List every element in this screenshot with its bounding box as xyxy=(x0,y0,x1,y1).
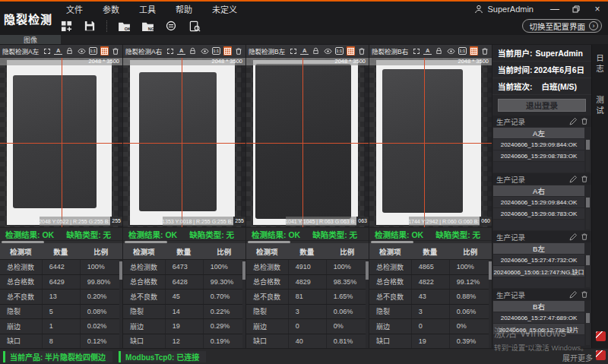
roi-rect-icon[interactable] xyxy=(289,46,297,55)
notification-flag-icon[interactable] xyxy=(596,331,606,341)
trash-icon[interactable] xyxy=(581,233,587,240)
close-button[interactable]: × xyxy=(587,2,608,17)
tab-test[interactable]: 测试 xyxy=(594,96,606,116)
records-scrollbar[interactable] xyxy=(586,139,590,172)
eye-icon[interactable] xyxy=(446,46,454,55)
menu-params[interactable]: 参数 xyxy=(93,3,129,15)
eye-icon[interactable] xyxy=(77,46,85,55)
camera-image[interactable]: 2048 * 3500 X:2048 Y:0522 | R:255 G:255 … xyxy=(0,58,122,227)
table-row[interactable]: 总合格数482998.35% xyxy=(246,275,369,290)
table-row[interactable]: 隐裂140.22% xyxy=(123,305,245,319)
table-row[interactable]: 总检测数4910100% xyxy=(246,260,369,274)
table-row[interactable]: 崩边00% xyxy=(369,319,492,334)
lock-icon[interactable] xyxy=(65,46,74,55)
layout-grid-icon[interactable] xyxy=(59,19,73,33)
menu-file[interactable]: 文件 xyxy=(56,3,93,15)
logout-button[interactable]: 退出登录 xyxy=(498,99,586,112)
lock-icon[interactable] xyxy=(435,46,443,55)
roi-rect-icon[interactable] xyxy=(166,46,174,55)
table-row[interactable]: 总检测数6442100% xyxy=(0,260,122,274)
table-row[interactable]: 隐裂30.06% xyxy=(369,305,492,319)
table-scrollbar[interactable] xyxy=(242,260,245,348)
grid-icon[interactable] xyxy=(470,46,478,55)
one-to-one-icon[interactable]: 1:1 xyxy=(458,47,467,55)
table-scrollbar[interactable] xyxy=(489,260,492,348)
tab-image[interactable]: 图像 xyxy=(0,35,61,44)
grid-icon[interactable] xyxy=(100,46,109,55)
trash-icon[interactable] xyxy=(581,118,587,125)
table-row[interactable]: 隐裂50.08% xyxy=(0,305,122,319)
roi-rect-icon[interactable] xyxy=(43,46,51,55)
trash-icon[interactable] xyxy=(112,46,120,55)
table-row[interactable]: 缺口80.12% xyxy=(0,334,122,349)
trash-icon[interactable] xyxy=(235,46,243,55)
notification-flag-icon[interactable] xyxy=(596,350,606,360)
table-scrollbar[interactable] xyxy=(119,260,122,348)
table-row[interactable]: 缺口120.19% xyxy=(123,334,245,349)
switch-to-config-button[interactable]: 切换至配置界面 › xyxy=(522,19,603,33)
one-to-one-icon[interactable]: 1:1 xyxy=(89,47,97,55)
table-row[interactable]: 总不良数811.65% xyxy=(246,290,369,304)
record-item[interactable]: 20240606_15:27:47:732:OK xyxy=(493,255,584,265)
table-row[interactable]: 缺口400.81% xyxy=(246,334,369,349)
table-row[interactable]: 总合格数642999.80% xyxy=(0,275,122,290)
auto-label-icon[interactable]: A xyxy=(300,47,309,55)
table-row[interactable]: 总不良数130.20% xyxy=(0,290,122,304)
record-item[interactable]: 20240606_15:29:09:844:OK xyxy=(493,197,584,207)
record-item[interactable]: 20240606_15:06:12:738:缺片 xyxy=(493,324,584,334)
restore-button[interactable] xyxy=(565,2,587,17)
trash-icon[interactable] xyxy=(581,176,587,182)
record-item[interactable]: 20240606_15:29:08:783:OK xyxy=(493,208,584,219)
menu-undefined[interactable]: 未定义 xyxy=(202,3,247,15)
grid-icon[interactable] xyxy=(347,46,355,55)
roi-rect-icon[interactable] xyxy=(412,46,420,55)
auto-label-icon[interactable]: A xyxy=(54,47,62,55)
table-scrollbar[interactable] xyxy=(366,260,369,348)
grid-icon[interactable] xyxy=(223,46,232,55)
image-scrollbar[interactable] xyxy=(364,65,369,227)
edit-icon[interactable] xyxy=(569,176,577,183)
folder-ng-icon[interactable]: NG xyxy=(141,19,154,33)
minimize-button[interactable]: — xyxy=(544,2,565,17)
trash-icon[interactable] xyxy=(581,291,587,298)
table-row[interactable]: 总不良数450.70% xyxy=(123,290,245,304)
table-row[interactable]: 总检测数4865100% xyxy=(369,260,492,274)
user-block[interactable]: SuperAdmin xyxy=(474,5,534,14)
image-scrollbar[interactable] xyxy=(118,65,122,227)
auto-label-icon[interactable]: A xyxy=(423,47,432,55)
camera-image[interactable]: 2048 * 3500 X:1744 Y:2942 | R:060 G:060 … xyxy=(369,58,492,227)
edit-icon[interactable] xyxy=(569,233,577,241)
record-item[interactable]: 20240606_15:06:12:747:NG,缺口 xyxy=(493,266,584,277)
search-file-icon[interactable] xyxy=(188,19,201,33)
record-item[interactable]: 20240606_15:29:08:783:OK xyxy=(493,150,584,161)
trash-icon[interactable] xyxy=(358,46,366,55)
lock-icon[interactable] xyxy=(188,46,197,55)
table-row[interactable]: 总检测数6473100% xyxy=(123,260,245,274)
folder-ok-icon[interactable]: OK xyxy=(117,19,131,33)
record-item[interactable]: 20240606_15:27:47:689:OK xyxy=(493,312,584,323)
layers-icon[interactable] xyxy=(164,19,178,33)
records-scrollbar[interactable] xyxy=(586,197,590,229)
one-to-one-icon[interactable]: 1:1 xyxy=(212,47,220,55)
table-row[interactable]: 崩边00% xyxy=(246,319,369,334)
trash-icon[interactable] xyxy=(481,46,489,55)
image-scrollbar[interactable] xyxy=(487,65,492,227)
table-row[interactable]: 总合格数642899.30% xyxy=(123,275,245,290)
save-icon[interactable] xyxy=(83,19,97,33)
menu-help[interactable]: 帮助 xyxy=(166,3,202,15)
table-row[interactable]: 崩边10.02% xyxy=(0,319,122,334)
menu-tools[interactable]: 工具 xyxy=(129,3,166,15)
table-row[interactable]: 崩边190.29% xyxy=(123,319,245,334)
auto-label-icon[interactable]: A xyxy=(177,47,185,55)
table-row[interactable]: 总不良数430.88% xyxy=(369,290,492,304)
edit-icon[interactable] xyxy=(569,291,577,299)
camera-image[interactable]: 2048 * 3500 X:1041 Y:1045 | R:063 G:063 … xyxy=(246,58,369,227)
table-row[interactable]: 总合格数482299.12% xyxy=(369,275,492,290)
lock-icon[interactable] xyxy=(312,46,320,55)
expand-more-label[interactable]: 展开更多 xyxy=(562,352,593,363)
records-scrollbar[interactable] xyxy=(586,255,590,287)
record-item[interactable]: 20240606_15:29:09:844:OK xyxy=(493,139,584,150)
table-row[interactable]: 隐裂30.06% xyxy=(246,305,369,319)
records-scrollbar[interactable] xyxy=(586,312,590,345)
tab-log[interactable]: 日志 xyxy=(594,54,606,74)
